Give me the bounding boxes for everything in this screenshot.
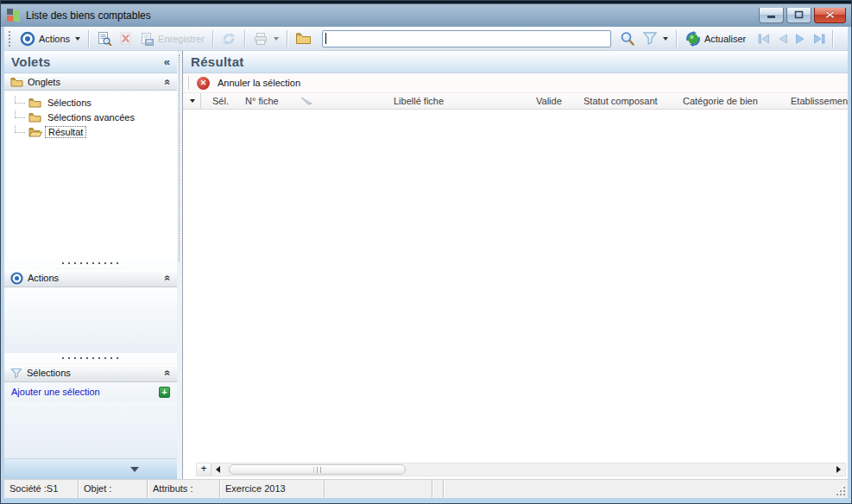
collapse-section-icon[interactable]: « [162,79,174,85]
maximize-button[interactable] [786,8,811,23]
actions-menu-label: Actions [39,34,70,44]
filter-button[interactable] [639,29,672,47]
previous-record-button[interactable] [773,32,792,46]
tree-item-resultat[interactable]: Résultat [4,124,177,139]
open-folder-button[interactable] [292,30,315,47]
folder-icon [28,112,41,123]
bullseye-icon [20,31,35,47]
refresh-button[interactable] [218,30,240,47]
tree-item-selections-avancees[interactable]: Sélections avancées [4,110,177,124]
sidebar-splitter[interactable] [4,258,177,268]
selections-section-body [4,401,177,458]
column-header-etablissement[interactable]: Etablissement [791,93,848,109]
add-selection-link[interactable]: Ajouter une sélection [11,387,100,397]
cancel-selection-icon[interactable]: ✕ [197,77,210,90]
minimize-button[interactable] [759,8,784,23]
toolbar-grip[interactable] [9,31,12,47]
scroll-right-button[interactable] [832,463,845,476]
open-folder-icon [28,127,42,137]
window-controls [759,8,846,23]
app-window: Liste des biens comptables [0,0,852,504]
app-icon [7,9,21,22]
next-record-icon [795,34,806,44]
section-onglets-header[interactable]: Onglets « [4,73,177,91]
refresh-results-button[interactable]: Actualiser [681,29,749,48]
status-bar: Société :S1 Objet : Attributs : Exercice… [4,479,848,498]
toolbar-separator [244,30,245,47]
sidebar-footer[interactable] [4,458,177,479]
previous-record-icon [777,34,788,44]
table-header-row: Sél. N° fiche Libellé fiche Valide Statu… [183,93,848,110]
status-exercice: Exercice 2013 [220,480,325,498]
collapse-section-icon[interactable]: « [162,370,174,376]
printer-icon [253,32,268,46]
sort-indicator-icon [300,97,313,105]
tree-connector [15,96,25,104]
panel-splitter[interactable] [177,51,182,479]
tree-item-label-selected: Résultat [46,127,85,137]
cancel-selection-label[interactable]: Annuler la sélection [218,78,300,88]
add-selection-plus-icon[interactable]: + [159,387,170,398]
scrollbar-plus-button[interactable]: + [197,463,211,476]
scrollbar-thumb[interactable] [229,464,406,475]
collapse-panel-icon[interactable]: « [164,55,170,68]
column-options-button[interactable] [183,93,201,109]
section-actions-label: Actions [28,273,59,283]
first-record-button[interactable] [754,32,773,46]
delete-button[interactable] [116,30,136,47]
section-actions-header[interactable]: Actions « [4,268,177,287]
horizontal-scrollbar: + [196,463,846,476]
close-button[interactable] [814,8,846,23]
preview-button[interactable] [93,29,116,47]
status-attributs: Attributs : [148,480,220,498]
tree-item-label: Sélections [45,98,94,108]
results-grid-empty[interactable] [183,110,848,463]
column-header-sel[interactable]: Sél. [212,93,229,109]
close-icon [825,10,835,19]
scrollbar-track[interactable] [224,463,832,476]
column-header-numfiche[interactable]: N° fiche [245,93,279,109]
save-button[interactable]: Enregistrer [136,30,208,47]
resize-grip[interactable] [835,485,845,495]
main-toolbar: Actions [4,27,848,51]
toolbar-separator [676,30,677,47]
column-header-valide[interactable]: Valide [536,93,562,109]
search-button[interactable] [616,29,639,48]
save-icon [140,32,155,46]
section-selections-label: Sélections [27,368,71,378]
folder-icon [28,98,41,108]
toolbar-separator [212,30,213,47]
document-search-icon [97,31,112,46]
folder-icon [10,77,23,87]
search-input[interactable] [326,32,610,46]
last-record-button[interactable] [810,32,829,46]
refresh-arrows-icon [221,32,237,46]
scroll-right-icon [836,466,841,473]
sidebar-splitter[interactable] [4,353,177,363]
column-header-statut[interactable]: Statut composant [584,93,658,109]
status-empty [325,480,432,498]
scroll-left-button[interactable] [211,463,224,476]
search-box [322,30,611,47]
main-panel: Résultat ✕ Annuler la sélection Sél. N° … [182,51,848,479]
column-header-categorie[interactable]: Catégorie de bien [683,93,758,109]
status-objet: Objet : [79,480,148,498]
actions-menu-button[interactable]: Actions [16,29,84,48]
print-button[interactable] [249,30,282,47]
tree-item-label: Sélections avancées [45,112,137,123]
sidebar-header: Volets « [4,51,177,73]
save-label: Enregistrer [158,34,205,44]
next-record-button[interactable] [792,32,810,46]
bullseye-icon [10,272,23,285]
column-header-libelle[interactable]: Libellé fiche [394,93,444,109]
tree-connector [15,125,25,133]
section-selections-header[interactable]: Sélections « [4,363,177,382]
tree-item-selections[interactable]: Sélections [4,95,177,110]
funnel-icon [642,31,658,46]
title-bar: Liste des biens comptables [1,1,851,27]
collapse-section-icon[interactable]: « [162,275,174,281]
result-title: Résultat [191,54,244,69]
chevron-down-icon [130,467,139,472]
cancel-selection-bar: ✕ Annuler la sélection [183,73,848,93]
onglets-tree: Sélections Sélections avancées [4,91,177,258]
